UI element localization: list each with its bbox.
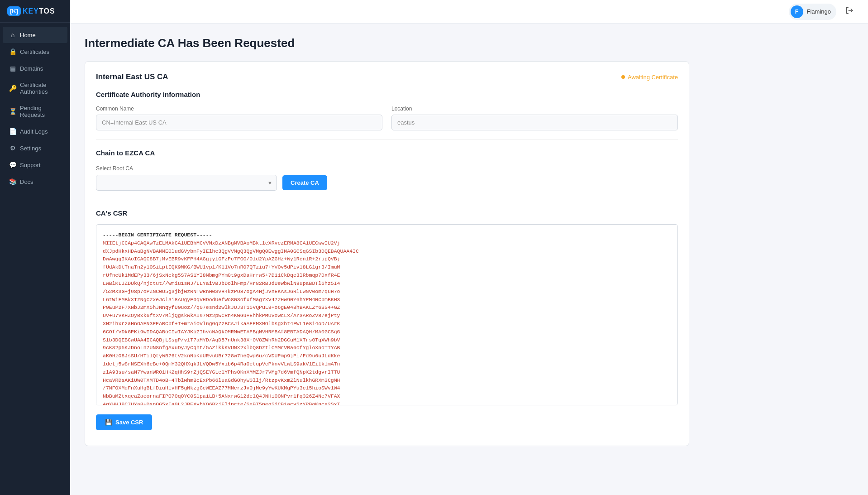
user-menu[interactable]: F Flamingo <box>789 4 836 20</box>
sidebar-item-settings[interactable]: ⚙ Settings <box>3 140 67 156</box>
settings-icon: ⚙ <box>9 144 16 152</box>
sidebar-item-audit-logs[interactable]: 📄 Audit Logs <box>3 123 67 139</box>
common-name-input[interactable] <box>96 115 382 130</box>
ca-info-row: Common Name Location <box>96 106 678 130</box>
sidebar: [K] KEYTOS ⌂ Home 🔒 Certificates ▤ Domai… <box>0 0 70 495</box>
page-content: Intermediate CA Has Been Requested Inter… <box>70 24 704 459</box>
sidebar-item-certificate-authorities[interactable]: 🔑 Certificate Authorities <box>3 77 67 100</box>
sidebar-item-label: Docs <box>20 178 33 185</box>
sidebar-item-home[interactable]: ⌂ Home <box>3 27 67 43</box>
csr-body: MIIEtjCCAp4CAQAwTzELMAkGA1UEBhMCVVMxDzAN… <box>103 240 359 405</box>
ca-icon: 🔑 <box>9 85 16 92</box>
user-name: Flamingo <box>807 8 831 15</box>
sidebar-item-label: Audit Logs <box>20 128 48 135</box>
sidebar-item-docs[interactable]: 📚 Docs <box>3 173 67 190</box>
chain-section: Chain to EZCA CA Select Root CA Select R… <box>96 139 678 191</box>
select-btn-row: ▼ Create CA <box>96 175 678 191</box>
location-input[interactable] <box>391 115 678 130</box>
sidebar-nav: ⌂ Home 🔒 Certificates ▤ Domains 🔑 Certif… <box>0 23 70 495</box>
card-title: Internal East US CA <box>96 72 168 82</box>
location-label: Location <box>391 106 678 112</box>
sidebar-item-label: Certificate Authorities <box>20 82 61 95</box>
sidebar-item-label: Pending Requests <box>20 105 61 118</box>
logout-button[interactable] <box>842 5 857 19</box>
save-csr-label: Save CSR <box>115 419 143 426</box>
status-dot <box>621 75 625 79</box>
ca-card: Internal East US CA Awaiting Certificate… <box>85 61 689 446</box>
ca-info-section: Certificate Authority Information Common… <box>96 91 678 130</box>
main-content: F Flamingo Intermediate CA Has Been Requ… <box>70 0 868 495</box>
common-name-group: Common Name <box>96 106 382 130</box>
docs-icon: 📚 <box>9 178 16 185</box>
save-csr-button[interactable]: 💾 Save CSR <box>96 414 152 430</box>
sidebar-item-support[interactable]: 💬 Support <box>3 157 67 173</box>
pending-icon: ⏳ <box>9 108 16 115</box>
sidebar-item-label: Settings <box>20 145 41 152</box>
sidebar-item-label: Home <box>20 32 36 38</box>
sidebar-item-label: Domains <box>20 65 43 72</box>
sidebar-item-label: Certificates <box>20 48 49 55</box>
csr-begin-marker: -----BEGIN CERTIFICATE REQUEST----- <box>103 232 212 238</box>
audit-icon: 📄 <box>9 128 16 135</box>
create-ca-button[interactable]: Create CA <box>282 175 327 190</box>
card-header: Internal East US CA Awaiting Certificate <box>96 72 678 82</box>
csr-box: -----BEGIN CERTIFICATE REQUEST----- MIIE… <box>96 224 678 405</box>
status-badge: Awaiting Certificate <box>621 74 678 81</box>
ca-info-title: Certificate Authority Information <box>96 91 678 98</box>
save-section: 💾 Save CSR <box>96 405 678 435</box>
home-icon: ⌂ <box>9 31 16 38</box>
common-name-label: Common Name <box>96 106 382 112</box>
certificate-icon: 🔒 <box>9 48 16 55</box>
select-create-row: Select Root CA ▼ Create CA <box>96 164 678 191</box>
domains-icon: ▤ <box>9 65 16 72</box>
logo-icon: [K] <box>7 6 21 16</box>
csr-section: CA's CSR -----BEGIN CERTIFICATE REQUEST-… <box>96 200 678 405</box>
logo: [K] KEYTOS <box>0 0 70 23</box>
location-group: Location <box>391 106 678 130</box>
root-ca-select-wrapper: ▼ <box>96 175 277 191</box>
root-ca-select[interactable] <box>96 175 277 191</box>
page-title: Intermediate CA Has Been Requested <box>85 36 689 50</box>
select-root-ca-label2: Select Root CA <box>96 165 133 172</box>
sidebar-item-domains[interactable]: ▤ Domains <box>3 60 67 77</box>
top-bar: F Flamingo <box>70 0 868 24</box>
support-icon: 💬 <box>9 161 16 168</box>
csr-title: CA's CSR <box>96 209 678 217</box>
logo-text: KEYTOS <box>23 7 55 15</box>
status-label: Awaiting Certificate <box>628 74 678 81</box>
chain-title: Chain to EZCA CA <box>96 149 678 157</box>
save-icon: 💾 <box>105 419 112 426</box>
sidebar-item-certificates[interactable]: 🔒 Certificates <box>3 43 67 60</box>
sidebar-item-label: Support <box>20 162 41 168</box>
sidebar-item-pending-requests[interactable]: ⏳ Pending Requests <box>3 100 67 123</box>
avatar: F <box>791 5 803 18</box>
